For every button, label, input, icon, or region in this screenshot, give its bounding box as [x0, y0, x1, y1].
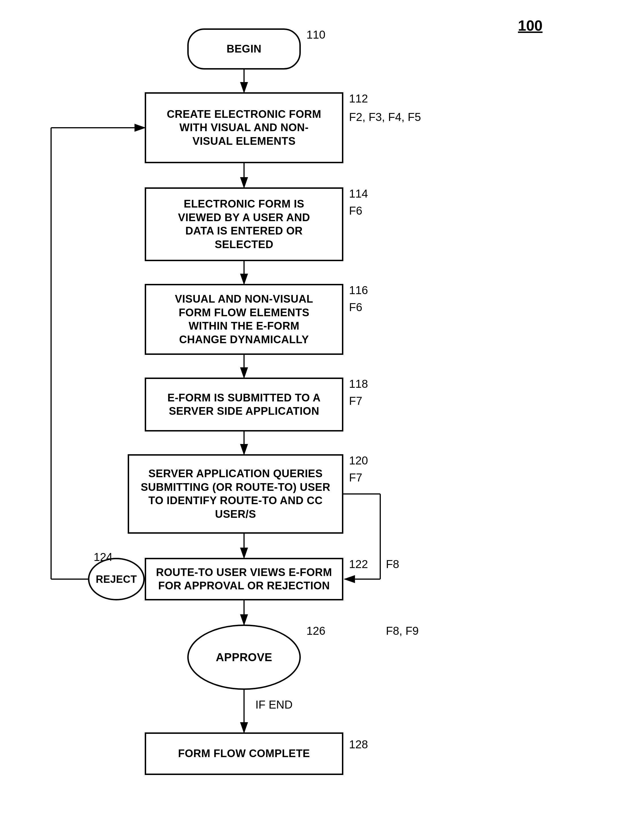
ref-122: 122 [349, 558, 368, 571]
step-116-node: VISUAL AND NON-VISUALFORM FLOW ELEMENTSW… [145, 284, 343, 355]
fig-120: F7 [349, 471, 362, 484]
step-112-label: CREATE ELECTRONIC FORMWITH VISUAL AND NO… [161, 105, 327, 151]
step-128-node: FORM FLOW COMPLETE [145, 732, 343, 775]
ref-110: 110 [306, 28, 325, 41]
step-124-label: REJECT [90, 570, 142, 588]
ref-118: 118 [349, 377, 368, 390]
step-120-node: SERVER APPLICATION QUERIESSUBMITTING (OR… [128, 454, 343, 534]
step-120-label: SERVER APPLICATION QUERIESSUBMITTING (OR… [129, 464, 342, 524]
step-118-label: E-FORM IS SUBMITTED TO ASERVER SIDE APPL… [162, 388, 326, 421]
step-118-node: E-FORM IS SUBMITTED TO ASERVER SIDE APPL… [145, 377, 343, 432]
begin-node: BEGIN [187, 28, 301, 70]
flowchart-diagram: 100 BEGIN 110 CREATE ELECTRONIC FORMWITH… [0, 0, 622, 840]
step-112-node: CREATE ELECTRONIC FORMWITH VISUAL AND NO… [145, 92, 343, 163]
ref-120: 120 [349, 454, 368, 467]
if-end-label: IF END [255, 698, 293, 711]
ref-126: 126 [306, 625, 325, 637]
fig-122: F8 [386, 558, 399, 571]
step-122-label: ROUTE-TO USER VIEWS E-FORMFOR APPROVAL O… [150, 563, 338, 596]
step-128-label: FORM FLOW COMPLETE [172, 744, 316, 764]
fig-126: F8, F9 [386, 625, 419, 637]
step-126-label: APPROVE [210, 647, 278, 667]
fig-116: F6 [349, 301, 362, 314]
diagram-ref-100: 100 [518, 17, 543, 34]
step-124-node: REJECT [88, 558, 145, 600]
step-126-node: APPROVE [187, 625, 301, 690]
step-114-node: ELECTRONIC FORM ISVIEWED BY A USER ANDDA… [145, 187, 343, 261]
fig-118: F7 [349, 395, 362, 407]
fig-114: F6 [349, 205, 362, 217]
ref-124: 124 [94, 551, 113, 564]
step-116-label: VISUAL AND NON-VISUALFORM FLOW ELEMENTSW… [169, 290, 319, 349]
ref-112: 112 [349, 92, 368, 105]
step-114-label: ELECTRONIC FORM ISVIEWED BY A USER ANDDA… [172, 194, 316, 254]
step-122-node: ROUTE-TO USER VIEWS E-FORMFOR APPROVAL O… [145, 558, 343, 600]
begin-label: BEGIN [221, 40, 267, 59]
ref-116: 116 [349, 284, 368, 297]
fig-112: F2, F3, F4, F5 [349, 111, 421, 124]
ref-128: 128 [349, 738, 368, 751]
ref-114: 114 [349, 187, 368, 200]
